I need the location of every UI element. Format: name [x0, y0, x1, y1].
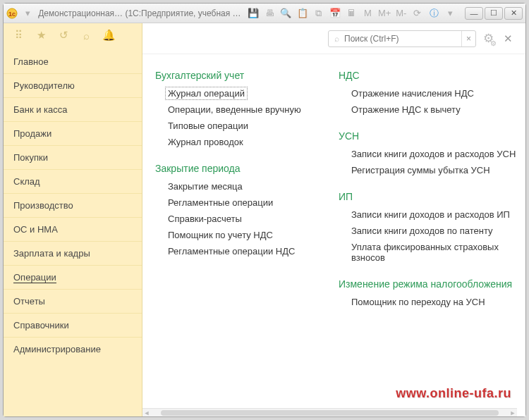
search-icon-input: ⌕ — [329, 34, 344, 44]
sidebar-item-label: Операции — [13, 272, 56, 283]
menu-link[interactable]: Операции, введенные вручную — [168, 104, 324, 115]
menu-link[interactable]: Записи книги доходов по патенту — [351, 226, 518, 236]
menu-link[interactable]: Регламентные операции — [168, 197, 324, 208]
menu-link[interactable]: Закрытие месяца — [168, 181, 324, 192]
sidebar: ⠿ ★ ↺ ⌕ 🔔 ГлавноеРуководителюБанк и касс… — [4, 23, 142, 416]
scroll-left-icon[interactable]: ◄ — [142, 409, 151, 416]
search-icon[interactable]: ⌕ — [80, 29, 92, 42]
sidebar-item-label: Справочники — [13, 320, 69, 331]
sidebar-item-9[interactable]: Операции — [4, 265, 142, 289]
section-title-closing: Закрытие периода — [155, 163, 324, 174]
sidebar-item-6[interactable]: Производство — [4, 193, 142, 217]
sidebar-item-5[interactable]: Склад — [4, 169, 142, 193]
sidebar-item-label: ОС и НМА — [13, 224, 58, 235]
mem-m[interactable]: M — [362, 7, 374, 20]
compare-icon[interactable]: ⧉ — [312, 7, 324, 20]
section-title-usn: УСН — [339, 130, 518, 142]
calendar-icon[interactable]: 📅 — [329, 7, 341, 20]
save-icon[interactable]: 💾 — [247, 7, 259, 20]
sidebar-item-label: Главное — [13, 56, 49, 67]
close-button[interactable]: ✕ — [504, 7, 523, 20]
app-window: 1c ▾ Демонстрационная… (1С:Предприятие, … — [3, 3, 526, 417]
scrollbar-thumb[interactable] — [161, 410, 499, 416]
history-icon[interactable]: ↺ — [57, 29, 70, 42]
sidebar-item-7[interactable]: ОС и НМА — [4, 217, 142, 241]
menu-link[interactable]: Типовые операции — [168, 121, 324, 131]
menu-link[interactable]: Регламентные операции НДС — [168, 246, 324, 257]
main-toolbar: ⌕ × ⚙⚙ ✕ — [142, 23, 525, 54]
menu-link[interactable]: Записи книги доходов и расходов ИП — [351, 209, 518, 220]
sidebar-item-4[interactable]: Покупки — [4, 145, 142, 169]
menu-link[interactable]: Отражение НДС к вычету — [351, 104, 518, 115]
print-icon[interactable]: 🖶 — [263, 7, 275, 20]
app-logo-icon: 1c — [6, 8, 18, 19]
more-icon[interactable]: ▾ — [444, 7, 456, 20]
sidebar-item-11[interactable]: Справочники — [4, 313, 142, 337]
sidebar-item-3[interactable]: Продажи — [4, 121, 142, 145]
dropdown-icon[interactable]: ▾ — [22, 7, 34, 20]
refresh-icon[interactable]: ⟳ — [411, 7, 423, 20]
sidebar-item-label: Администрирование — [13, 344, 101, 354]
menu-link[interactable]: Журнал операций — [165, 87, 248, 100]
title-bar: 1c ▾ Демонстрационная… (1С:Предприятие, … — [4, 4, 525, 23]
search-input[interactable] — [344, 34, 461, 44]
section-title-tax-mode: Изменение режима налогообложения — [339, 278, 518, 290]
sidebar-item-label: Зарплата и кадры — [13, 248, 90, 259]
section-title-ip: ИП — [339, 191, 518, 202]
menu-link[interactable]: Журнал проводок — [168, 137, 324, 147]
bell-icon[interactable]: 🔔 — [102, 29, 115, 42]
sidebar-item-1[interactable]: Руководителю — [4, 73, 142, 97]
preview-icon[interactable]: 🔍 — [280, 7, 292, 20]
settings-gear-icon[interactable]: ⚙⚙ — [483, 31, 494, 46]
sidebar-item-label: Склад — [13, 176, 40, 187]
menu-link[interactable]: Справки-расчеты — [168, 214, 324, 224]
mem-m-minus[interactable]: M- — [395, 7, 407, 20]
menu-link[interactable]: Помощник по переходу на УСН — [351, 297, 518, 307]
sidebar-item-12[interactable]: Администрирование — [4, 337, 142, 361]
sidebar-toolbar: ⠿ ★ ↺ ⌕ 🔔 — [4, 23, 142, 47]
star-icon[interactable]: ★ — [35, 29, 47, 42]
sidebar-item-10[interactable]: Отчеты — [4, 289, 142, 313]
minimize-button[interactable]: — — [465, 7, 483, 20]
sidebar-item-label: Руководителю — [13, 80, 75, 91]
menu-link[interactable]: Регистрация суммы убытка УСН — [351, 165, 518, 175]
search-clear-button[interactable]: × — [461, 31, 475, 47]
watermark: www.online-ufa.ru — [396, 386, 511, 401]
window-title: Демонстрационная… (1С:Предприятие, учебн… — [38, 8, 243, 18]
nav: ГлавноеРуководителюБанк и кассаПродажиПо… — [4, 47, 142, 361]
menu-link[interactable]: Записи книги доходов и расходов УСН — [351, 149, 518, 159]
svg-text:1c: 1c — [8, 11, 16, 18]
scroll-right-icon[interactable]: ► — [509, 409, 517, 416]
section-title-accounting: Бухгалтерский учет — [155, 70, 324, 81]
calc-icon[interactable]: 🖩 — [346, 7, 358, 20]
grid-icon[interactable]: ⠿ — [12, 29, 25, 42]
sidebar-item-0[interactable]: Главное — [4, 50, 142, 73]
sidebar-item-2[interactable]: Банк и касса — [4, 97, 142, 121]
sidebar-item-8[interactable]: Зарплата и кадры — [4, 241, 142, 265]
content-area: Бухгалтерский учет Журнал операцийОперац… — [142, 54, 525, 416]
sidebar-item-label: Продажи — [13, 128, 51, 139]
section-title-vat: НДС — [339, 70, 518, 81]
info-icon[interactable]: ⓘ — [428, 7, 440, 20]
sidebar-item-label: Покупки — [13, 152, 48, 163]
main-panel: ⌕ × ⚙⚙ ✕ Бухгалтерский учет Журнал опера… — [142, 23, 525, 416]
sidebar-item-label: Производство — [13, 200, 73, 211]
sidebar-item-label: Банк и касса — [13, 104, 68, 115]
horizontal-scrollbar[interactable]: ◄ ► — [142, 408, 517, 416]
panel-close-button[interactable]: ✕ — [501, 32, 516, 45]
app-body: ⠿ ★ ↺ ⌕ 🔔 ГлавноеРуководителюБанк и касс… — [4, 23, 525, 416]
maximize-button[interactable]: ☐ — [485, 7, 503, 20]
search-box[interactable]: ⌕ × — [328, 30, 476, 47]
sidebar-item-label: Отчеты — [13, 296, 45, 307]
menu-link[interactable]: Уплата фиксированных страховых взносов — [351, 242, 518, 263]
menu-link[interactable]: Отражение начисления НДС — [351, 88, 518, 99]
mem-m-plus[interactable]: M+ — [378, 7, 391, 20]
clipboard-icon[interactable]: 📋 — [296, 7, 308, 20]
menu-link[interactable]: Помощник по учету НДС — [168, 230, 324, 240]
